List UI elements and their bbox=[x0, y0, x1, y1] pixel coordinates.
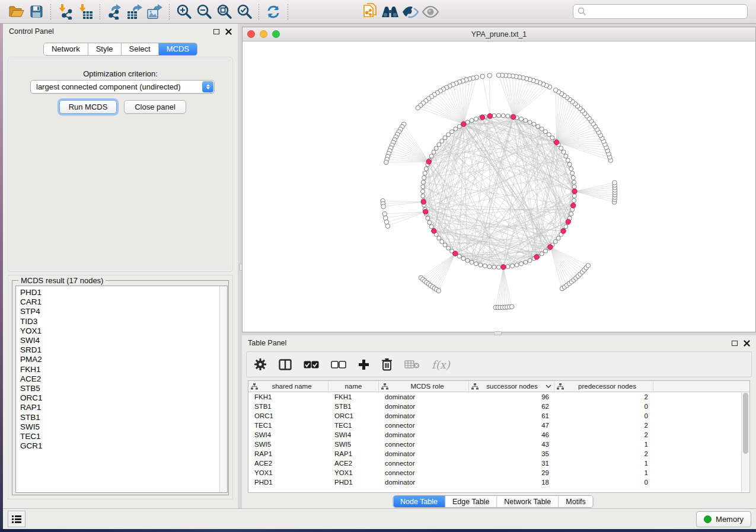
network-node[interactable] bbox=[479, 263, 483, 267]
network-node[interactable] bbox=[550, 136, 554, 140]
network-node[interactable] bbox=[543, 130, 547, 134]
network-node[interactable] bbox=[434, 146, 438, 150]
table-row[interactable]: SWI4SWI4dominator462 bbox=[248, 430, 749, 440]
network-node[interactable] bbox=[506, 265, 510, 269]
network-node[interactable] bbox=[569, 212, 573, 216]
network-node[interactable] bbox=[428, 220, 432, 225]
network-node[interactable] bbox=[422, 175, 426, 180]
network-hub-node[interactable] bbox=[571, 203, 576, 208]
table-scrollbar-thumb[interactable] bbox=[743, 393, 748, 454]
network-node[interactable] bbox=[613, 181, 617, 185]
hide-selected-button[interactable] bbox=[400, 2, 420, 21]
table-row[interactable]: RAP1RAP1dominator352 bbox=[248, 449, 749, 459]
mcds-result-item[interactable]: STB1 bbox=[20, 413, 227, 422]
column-header[interactable]: name bbox=[328, 381, 379, 392]
network-hub-node[interactable] bbox=[511, 114, 516, 119]
table-row[interactable]: STB1STB1dominator620 bbox=[248, 402, 749, 411]
network-node[interactable] bbox=[487, 73, 492, 78]
delete-table-button[interactable] bbox=[404, 355, 420, 373]
table-row[interactable]: ACE2ACE2connector311 bbox=[248, 459, 749, 468]
network-node[interactable] bbox=[511, 264, 515, 268]
memory-button[interactable]: Memory bbox=[696, 511, 751, 527]
network-node[interactable] bbox=[461, 257, 465, 261]
tab-network-table[interactable]: Network Table bbox=[497, 496, 559, 507]
close-panel-icon[interactable] bbox=[744, 340, 750, 347]
mcds-result-item[interactable]: ORC1 bbox=[20, 393, 227, 403]
network-node[interactable] bbox=[440, 239, 444, 243]
table-row[interactable]: YOX1YOX1connector291 bbox=[248, 468, 749, 477]
show-all-button[interactable] bbox=[420, 2, 441, 21]
open-file-button[interactable] bbox=[6, 2, 26, 21]
network-canvas[interactable] bbox=[243, 41, 755, 332]
network-hub-node[interactable] bbox=[432, 229, 436, 233]
network-node[interactable] bbox=[564, 154, 568, 158]
zoom-out-button[interactable] bbox=[194, 2, 214, 21]
network-node[interactable] bbox=[586, 263, 591, 268]
search-input[interactable] bbox=[573, 4, 748, 19]
add-column-button[interactable] bbox=[358, 355, 369, 373]
network-node[interactable] bbox=[567, 162, 572, 166]
network-node[interactable] bbox=[470, 118, 474, 123]
network-node[interactable] bbox=[465, 258, 470, 262]
float-panel-icon[interactable] bbox=[732, 341, 738, 346]
zoom-selected-button[interactable] bbox=[234, 2, 254, 21]
network-window-titlebar[interactable]: YPA_prune.txt_1 bbox=[243, 27, 755, 41]
table-row[interactable]: FKH1FKH1dominator962 bbox=[248, 392, 749, 402]
network-node[interactable] bbox=[509, 305, 514, 309]
network-hub-node[interactable] bbox=[426, 159, 431, 164]
zoom-fit-button[interactable] bbox=[214, 2, 234, 21]
select-all-button[interactable] bbox=[304, 355, 319, 373]
import-network-button[interactable] bbox=[55, 2, 75, 21]
network-node[interactable] bbox=[474, 262, 478, 266]
function-builder-button[interactable]: f(x) bbox=[432, 355, 450, 373]
network-node[interactable] bbox=[429, 154, 433, 158]
network-node[interactable] bbox=[566, 158, 570, 162]
float-panel-icon[interactable] bbox=[213, 29, 219, 34]
network-node[interactable] bbox=[437, 236, 441, 240]
network-node[interactable] bbox=[421, 185, 425, 189]
network-node[interactable] bbox=[421, 190, 425, 194]
mcds-result-item[interactable]: SWI4 bbox=[20, 336, 227, 345]
mcds-result-item[interactable]: RAP1 bbox=[20, 403, 227, 412]
column-visibility-button[interactable] bbox=[279, 355, 292, 373]
network-node[interactable] bbox=[381, 204, 386, 209]
network-hub-node[interactable] bbox=[566, 219, 570, 224]
tab-node-table[interactable]: Node Table bbox=[393, 496, 445, 507]
network-node[interactable] bbox=[569, 166, 573, 171]
mcds-result-item[interactable]: STB5 bbox=[20, 384, 227, 393]
search-objects-button[interactable] bbox=[380, 2, 400, 21]
network-hub-node[interactable] bbox=[453, 251, 458, 256]
network-node[interactable] bbox=[553, 239, 557, 243]
close-panel-button[interactable]: Close panel bbox=[124, 100, 186, 114]
network-node[interactable] bbox=[424, 166, 428, 171]
network-node[interactable] bbox=[572, 185, 576, 189]
network-node[interactable] bbox=[446, 133, 451, 137]
tab-style[interactable]: Style bbox=[88, 43, 122, 55]
mcds-result-item[interactable]: CAR1 bbox=[20, 297, 227, 307]
network-node[interactable] bbox=[497, 265, 501, 270]
network-node[interactable] bbox=[506, 114, 510, 118]
mcds-result-item[interactable]: SRD1 bbox=[20, 345, 227, 355]
network-node[interactable] bbox=[440, 139, 444, 143]
tab-select[interactable]: Select bbox=[122, 43, 159, 55]
network-node[interactable] bbox=[437, 143, 441, 147]
network-node[interactable] bbox=[421, 194, 425, 198]
network-node[interactable] bbox=[443, 243, 447, 247]
network-node[interactable] bbox=[384, 160, 388, 165]
network-node[interactable] bbox=[524, 260, 528, 264]
network-node[interactable] bbox=[497, 114, 501, 118]
import-table-button[interactable] bbox=[75, 2, 95, 21]
network-hub-node[interactable] bbox=[534, 255, 539, 259]
network-node[interactable] bbox=[483, 264, 487, 268]
network-node[interactable] bbox=[572, 180, 576, 184]
network-node[interactable] bbox=[556, 236, 560, 240]
close-panel-icon[interactable] bbox=[225, 28, 232, 35]
refresh-view-button[interactable] bbox=[263, 2, 283, 21]
mcds-result-item[interactable]: GCR1 bbox=[20, 441, 227, 451]
table-options-button[interactable] bbox=[254, 355, 267, 373]
network-node[interactable] bbox=[450, 130, 454, 134]
task-history-button[interactable] bbox=[8, 511, 25, 527]
network-node[interactable] bbox=[487, 265, 492, 269]
mcds-result-item[interactable]: FKH1 bbox=[20, 365, 227, 374]
horizontal-splitter-handle[interactable] bbox=[494, 331, 502, 335]
